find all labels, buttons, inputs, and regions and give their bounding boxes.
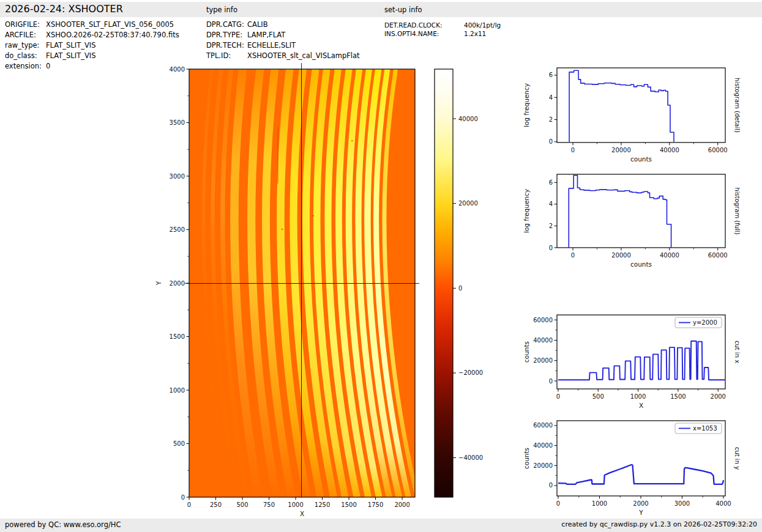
right-axis-label: cut in y [734,447,741,470]
y-tick-label: 1000 [170,387,185,394]
x-tick-label: 40000 [660,147,679,153]
meta-value: 0 [46,62,50,70]
meta-value: XSHOOTER_SLT_FLAT_VIS_056_0005 [46,20,174,29]
x-tick-label: 40000 [660,252,679,259]
meta-label: DPR.TECH: [206,41,244,50]
x-tick-label: 0 [556,500,560,507]
footer-powered-by: powered by QC: www.eso.org/HC [5,520,121,529]
meta-label: ORIGFILE: [5,20,40,29]
colorbar-tick-label: 40000 [458,116,478,122]
meta-value: FLAT_SLIT_VIS [46,41,95,50]
y-tick-label: 4 [549,94,553,101]
x-axis-label: counts [630,155,652,163]
y-tick-label: 4 [549,201,553,207]
setup-info-header: set-up info [384,6,422,14]
x-axis-label: X [300,510,304,517]
x-tick-label: 250 [210,501,222,508]
y-tick-label: 40000 [533,442,553,449]
meta-label: do_class: [5,51,37,60]
x-tick-label: 20000 [611,147,631,153]
meta-label: ARCFILE: [5,31,36,39]
meta-label: INS.OPTI4.NAME: [384,30,439,37]
x-tick-label: 1000 [592,500,607,507]
right-axis-label: cut in x [734,341,741,363]
meta-value: CALIB [247,20,268,29]
y-tick-label: 2 [549,116,553,123]
plot-frame-cut_x [557,315,725,389]
y-tick-label: 40000 [533,337,553,344]
x-axis-label: Y [638,509,643,516]
y-tick-label: 60000 [533,422,553,429]
plot-frame-hist_full [557,174,725,248]
footer-created-by: created by qc_rawdisp.py v1.2.3 on 2026-… [561,520,757,528]
y-tick-label: 0 [549,482,553,489]
plot-frame-hist_detail [557,68,725,142]
y-tick-label: 6 [549,179,553,186]
meta-value: 400k/1pt/lg [464,21,501,29]
detector-defect-dot [282,229,283,230]
x-tick-label: 60000 [708,252,728,259]
x-tick-label: 60000 [708,147,728,153]
detector-defect-dot [313,215,314,216]
x-tick-label: 0 [556,393,560,400]
qc-report-page: 2026-02-24: XSHOOTER type info set-up in… [0,0,762,532]
meta-label: raw_type: [5,41,40,50]
y-tick-label: 3000 [170,173,185,180]
x-tick-label: 1250 [315,501,330,508]
x-tick-label: 0 [571,252,575,259]
y-tick-label: 4000 [170,66,185,73]
meta-label: extension: [5,62,42,70]
y-tick-label: 0 [549,378,553,385]
x-tick-label: 500 [592,393,604,400]
y-tick-label: 1500 [170,333,185,340]
x-tick-label: 2000 [394,501,409,508]
y-tick-label: 60000 [533,317,553,323]
type-info-header: type info [206,6,237,14]
meta-value: XSHOO.2026-02-25T08:37:40.790.fits [46,31,179,39]
x-tick-label: 500 [236,501,248,508]
data-series-cut_x [558,341,725,380]
meta-value: FLAT_SLIT_VIS [46,51,95,60]
y-tick-label: 2500 [170,226,185,233]
x-tick-label: 20000 [611,252,631,259]
x-tick-label: 1500 [670,393,685,400]
meta-label: DPR.CATG: [206,20,244,29]
meta-value: XSHOOTER_slt_cal_VISLampFlat [247,51,360,60]
meta-value: LAMP,FLAT [247,31,285,39]
y-tick-label: 6 [549,72,553,78]
y-tick-label: 2000 [170,280,185,287]
right-axis-label: histogram (detail) [734,78,741,133]
x-tick-label: 0 [187,501,191,508]
x-tick-label: 1000 [630,393,646,400]
colorbar-tick-label: 0 [458,285,462,292]
y-axis-label: log frequency [523,83,530,127]
y-tick-label: 0 [181,494,185,501]
colorbar-tick-label: −40000 [458,454,483,461]
y-tick-label: 0 [549,138,553,145]
data-series-cut_y [558,465,723,484]
colorbar-tick-label: −20000 [458,369,483,376]
y-axis-label: counts [523,448,530,469]
x-tick-label: 2000 [711,393,726,400]
x-axis-label: counts [630,260,652,268]
legend-box [675,423,722,434]
x-tick-label: 0 [571,147,575,153]
y-tick-label: 3500 [170,119,185,126]
y-tick-label: 500 [173,440,185,447]
legend-label: x=1053 [693,425,717,432]
meta-label: TPL.ID: [206,51,231,60]
meta-value: 1.2x11 [464,30,486,37]
x-tick-label: 4000 [715,500,731,507]
page-title: 2026-02-24: XSHOOTER [5,3,123,15]
x-tick-label: 750 [263,501,275,508]
colorbar-tick-label: 20000 [458,200,478,207]
x-tick-label: 1000 [288,501,303,508]
y-axis-label: log frequency [523,189,530,233]
x-tick-label: 2000 [633,500,648,507]
right-axis-label: histogram (full) [734,187,741,234]
legend-box [675,317,722,328]
y-tick-label: 20000 [533,462,553,469]
detector-defect-dot [351,140,353,141]
meta-label: DET.READ.CLOCK: [384,21,443,29]
x-tick-label: 3000 [674,500,690,507]
